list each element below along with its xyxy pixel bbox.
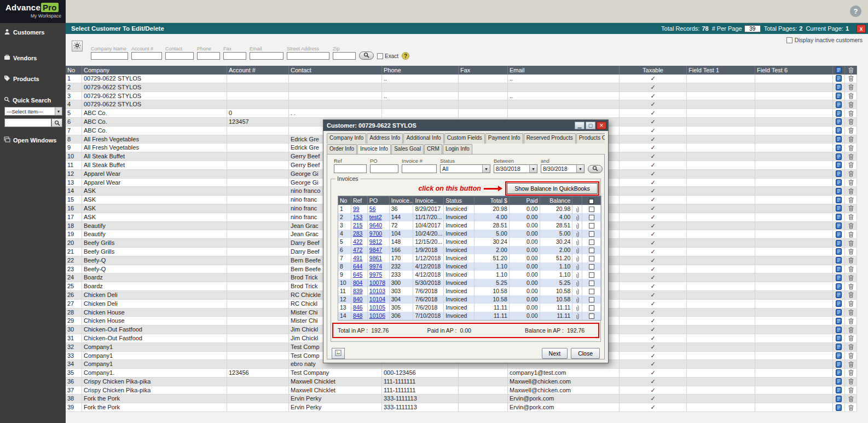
po-link[interactable]: 10104: [368, 295, 390, 304]
next-button[interactable]: Next: [542, 348, 568, 359]
ref-link[interactable]: 846: [351, 304, 368, 312]
delete-icon[interactable]: [845, 282, 857, 290]
edit-icon[interactable]: [833, 100, 845, 108]
po-link[interactable]: 56: [368, 205, 390, 213]
filter-contact-input[interactable]: [165, 52, 194, 60]
row-checkbox[interactable]: [582, 246, 601, 254]
edit-icon[interactable]: [833, 369, 845, 377]
ref-link[interactable]: 645: [351, 271, 368, 279]
tab-payment-info[interactable]: Payment Info: [485, 133, 523, 144]
po-link[interactable]: 10103: [368, 287, 390, 295]
between-date-select[interactable]: 8/30/2018▼: [494, 164, 537, 173]
po-link[interactable]: test2: [368, 213, 390, 221]
delete-icon[interactable]: [845, 127, 857, 135]
filter-fax-input[interactable]: [223, 52, 246, 60]
maximize-icon[interactable]: ▢: [586, 122, 595, 129]
customer-row[interactable]: 39 Fork the Pork Ervin Perky 333-1111113…: [66, 403, 857, 412]
tab-reserved-products[interactable]: Reserved Products: [524, 133, 576, 144]
po-link[interactable]: 9640: [368, 221, 390, 230]
delete-icon[interactable]: [845, 317, 857, 325]
po-link[interactable]: 9700: [368, 230, 390, 238]
invoice-row[interactable]: 13 846 10105 305 7/6/2018 Invoiced 11.11…: [338, 304, 601, 312]
ref-link[interactable]: 422: [351, 238, 368, 246]
ref-link[interactable]: 804: [351, 279, 368, 287]
po-link[interactable]: 9847: [368, 246, 390, 254]
invoice-row[interactable]: 4 283 9700 104 10/24/20... Invoiced 5.00…: [338, 230, 601, 238]
tab-crm[interactable]: CRM: [424, 144, 442, 154]
delete-icon[interactable]: [845, 403, 857, 411]
delete-icon[interactable]: [845, 92, 857, 100]
delete-icon[interactable]: [845, 230, 857, 238]
invoice-row[interactable]: 10 804 10078 300 5/30/2018 Invoiced 5.25…: [338, 279, 601, 287]
tab-additional-info[interactable]: Additional Info: [403, 133, 443, 144]
row-checkbox[interactable]: [582, 254, 601, 262]
edit-icon[interactable]: [833, 230, 845, 238]
delete-icon[interactable]: [845, 248, 857, 256]
delete-icon[interactable]: [845, 265, 857, 273]
row-checkbox[interactable]: [582, 205, 601, 213]
row-checkbox[interactable]: [582, 271, 601, 279]
invoice-row[interactable]: 3 215 9640 72 10/4/2017 Invoiced 28.51 0…: [338, 221, 601, 230]
tab-invoice-info[interactable]: Invoice Info: [357, 144, 391, 154]
row-checkbox[interactable]: [582, 230, 601, 238]
delete-icon[interactable]: [845, 170, 857, 178]
filter-company-input[interactable]: [91, 52, 128, 60]
paperclip-icon[interactable]: [572, 230, 582, 238]
ref-link[interactable]: 283: [351, 230, 368, 238]
po-link[interactable]: 9812: [368, 238, 390, 246]
edit-icon[interactable]: [833, 239, 845, 247]
edit-icon[interactable]: [833, 187, 845, 195]
delete-icon[interactable]: [845, 378, 857, 386]
edit-icon[interactable]: [833, 317, 845, 325]
ref-link[interactable]: 472: [351, 246, 368, 254]
filter-phone-input[interactable]: [197, 52, 220, 60]
edit-icon[interactable]: [833, 395, 845, 403]
delete-icon[interactable]: [845, 343, 857, 351]
tab-company-info[interactable]: Company Info: [327, 133, 366, 144]
edit-icon[interactable]: [833, 265, 845, 273]
edit-icon[interactable]: [833, 83, 845, 92]
delete-icon[interactable]: [845, 100, 857, 108]
delete-icon[interactable]: [845, 334, 857, 342]
row-checkbox[interactable]: [582, 287, 601, 295]
search-button[interactable]: [359, 52, 374, 60]
paperclip-icon[interactable]: [572, 271, 582, 279]
edit-icon[interactable]: [833, 196, 845, 204]
customer-row[interactable]: 2 00729-0622 STYLOS ✓: [66, 83, 857, 92]
ref-link[interactable]: 491: [351, 254, 368, 262]
invoice-row[interactable]: 7 491 9861 170 1/12/2018 Invoiced 51.20 …: [338, 254, 601, 262]
po-link[interactable]: 9861: [368, 254, 390, 262]
select-all-checkbox[interactable]: [582, 196, 601, 205]
row-checkbox[interactable]: [582, 213, 601, 221]
invoice-search-button[interactable]: [588, 165, 603, 173]
customer-row[interactable]: 1 00729-0622 STYLOS .. .. ✓: [66, 75, 857, 83]
invoice-row[interactable]: 5 422 9812 148 12/15/20... Invoiced 30.2…: [338, 238, 601, 246]
tab-products-on-back-order[interactable]: Products On Back-Order: [576, 133, 605, 144]
close-button[interactable]: Close: [571, 348, 600, 359]
edit-icon[interactable]: [833, 179, 845, 187]
row-checkbox[interactable]: [582, 312, 601, 320]
po-input[interactable]: [370, 164, 398, 173]
tab-sales-goal[interactable]: Sales Goal: [391, 144, 424, 154]
close-page-button[interactable]: x: [857, 25, 866, 33]
edit-icon[interactable]: [833, 118, 845, 126]
invoice-row[interactable]: 9 645 9975 233 4/12/2018 Invoiced 1.10 0…: [338, 271, 601, 279]
paperclip-icon[interactable]: [572, 295, 582, 304]
tab-order-info[interactable]: Order Info: [327, 144, 357, 154]
ref-link[interactable]: 840: [351, 295, 368, 304]
edit-icon[interactable]: [833, 213, 845, 221]
delete-icon[interactable]: [845, 256, 857, 265]
customer-row[interactable]: 5 ABC Co. 0 . . ✓: [66, 109, 857, 118]
po-link[interactable]: 9975: [368, 271, 390, 279]
delete-icon[interactable]: [845, 75, 857, 83]
row-checkbox[interactable]: [582, 295, 601, 304]
invoice-number-input[interactable]: [402, 164, 437, 173]
invoice-row[interactable]: 6 472 9847 166 1/9/2018 Invoiced 2.00 0.…: [338, 246, 601, 254]
edit-icon[interactable]: [833, 248, 845, 256]
filter-zip-input[interactable]: [333, 52, 356, 60]
customer-row[interactable]: 36 Crispy Chicken Pika-pika Maxwell Chic…: [66, 378, 857, 386]
filter-email-input[interactable]: [250, 52, 283, 60]
delete-icon[interactable]: [845, 325, 857, 334]
edit-icon[interactable]: [833, 386, 845, 395]
customer-row[interactable]: 38 Fork the Pork Ervin Perky 333-1111113…: [66, 395, 857, 403]
